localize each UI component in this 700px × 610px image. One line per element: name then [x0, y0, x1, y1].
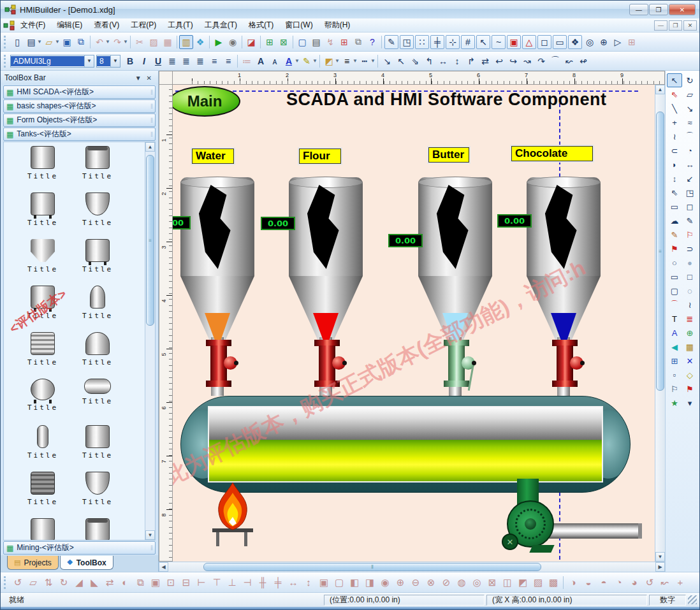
line-weight-dropdown-icon[interactable]: ▼: [353, 58, 358, 64]
group-icon[interactable]: ⧉: [133, 576, 148, 590]
mixer-tank[interactable]: [180, 396, 631, 493]
grid-extra-icon[interactable]: ⊞: [625, 35, 639, 49]
pie-tool-icon[interactable]: ◔: [682, 143, 697, 157]
toolbar-grip[interactable]: [4, 36, 7, 48]
hopper-tank-body[interactable]: [418, 177, 492, 276]
toolbar-grip-3[interactable]: [4, 576, 7, 589]
flag-tool-icon[interactable]: ⚐: [682, 228, 697, 242]
frame-mode-icon[interactable]: ▭: [553, 35, 567, 49]
text-tool-icon[interactable]: T: [667, 312, 682, 326]
menu-item-2[interactable]: 查看(V): [88, 18, 125, 32]
ink-pen-tool-icon[interactable]: ✎: [667, 228, 682, 242]
toolbox-tank-item[interactable]: Title: [70, 332, 125, 379]
toolbox-tank-item[interactable]: Title: [15, 286, 70, 332]
union-shapes-icon[interactable]: ◉: [377, 576, 393, 590]
pattern-fill-icon[interactable]: ▨: [530, 576, 546, 590]
fill-color-icon[interactable]: ◩: [322, 54, 336, 68]
freeform-tool-icon[interactable]: ≀: [667, 129, 682, 143]
arrow-left-connector-icon[interactable]: ↔: [436, 54, 450, 68]
wavy-connector-icon[interactable]: ↝: [520, 54, 534, 68]
menu-item-8[interactable]: 帮助(H): [319, 18, 356, 32]
bullet-list-icon[interactable]: ≔: [240, 54, 254, 68]
unlock-icon[interactable]: ⊟: [179, 576, 194, 590]
shear-right-icon[interactable]: ◣: [87, 576, 102, 590]
crop-shape-icon[interactable]: ⊠: [485, 576, 500, 590]
free-transform-icon[interactable]: ▱: [26, 576, 41, 590]
highlight-pen-dropdown-icon[interactable]: ▼: [312, 58, 317, 64]
window-properties-icon[interactable]: ▢: [295, 35, 309, 49]
image-tool-icon[interactable]: ▦: [682, 340, 697, 354]
main-screen-button[interactable]: Main: [173, 86, 240, 117]
window-preview-icon[interactable]: ▥: [179, 35, 193, 49]
highlight-pen-icon[interactable]: ✎: [300, 54, 314, 68]
copy-icon[interactable]: ▨: [147, 35, 161, 49]
arc-node-tool-icon[interactable]: ⌒: [682, 129, 697, 143]
reroute-connector-icon[interactable]: ↜: [657, 576, 673, 590]
arrow-line-tool-icon[interactable]: ↘: [682, 101, 697, 115]
toolbox-tank-item[interactable]: Title: [70, 192, 125, 239]
minimize-button[interactable]: —: [629, 4, 648, 15]
sidebar-category-mining[interactable]: ▦Mining-<评估版>⁞⁞: [3, 541, 156, 555]
save-all-icon[interactable]: ⧉: [74, 35, 88, 49]
toolbox-tank-item[interactable]: [70, 518, 125, 540]
flip-horizontal-icon[interactable]: ⇄: [102, 576, 117, 590]
blend-effect-icon[interactable]: ◑: [565, 576, 581, 590]
sidebar-tab-toolbox[interactable]: ❖ToolBox: [60, 556, 113, 570]
dimension-v-tool-icon[interactable]: ↕: [667, 171, 682, 185]
resize-grip[interactable]: [688, 595, 697, 604]
scroll-right-icon[interactable]: ▶: [655, 562, 665, 572]
toolbox-tank-item[interactable]: Title: [70, 146, 125, 192]
tank-label-flour[interactable]: Flour: [299, 149, 341, 164]
texture-fill-icon[interactable]: ▩: [546, 576, 561, 590]
toolbox-tank-item[interactable]: Title: [70, 286, 125, 332]
help-icon[interactable]: ?: [365, 35, 379, 49]
tank-label-water[interactable]: Water: [192, 149, 234, 164]
same-width-icon[interactable]: ↔: [286, 576, 301, 590]
hopper-tank-body[interactable]: [527, 177, 601, 276]
reverse-connector-icon[interactable]: ↖: [394, 54, 408, 68]
scroll-up-icon[interactable]: ▲: [655, 85, 665, 94]
shear-left-icon[interactable]: ◢: [71, 576, 87, 590]
cross-tool-icon[interactable]: +: [667, 115, 682, 129]
sidebar-category-1[interactable]: ▦basic shapes-<评估版>⁞⁞: [3, 99, 156, 113]
callout-rect-tool-icon[interactable]: ▭: [667, 200, 682, 214]
underline-icon[interactable]: U: [151, 54, 165, 68]
align-center-icon[interactable]: ≣: [179, 54, 193, 68]
diagonal-connector-icon[interactable]: ⇘: [408, 54, 422, 68]
font-color-dropdown-icon[interactable]: ▼: [295, 58, 300, 64]
star-tool-icon[interactable]: ★: [667, 396, 682, 410]
delete-x-tool-icon[interactable]: ✕: [682, 354, 697, 368]
open-file-icon[interactable]: ▱: [42, 35, 56, 49]
center-horizontal-icon[interactable]: ╫: [255, 576, 270, 590]
toolbox-tank-item[interactable]: Title: [70, 425, 125, 472]
toolbox-tank-item[interactable]: Title: [70, 472, 125, 518]
chevron-down-icon[interactable]: ▼: [133, 75, 144, 82]
cursor-select-icon[interactable]: ▷: [611, 35, 625, 49]
fill-color-dropdown-icon[interactable]: ▼: [335, 58, 340, 64]
font-color-icon[interactable]: A: [282, 54, 296, 68]
add-window-icon[interactable]: ⊞: [263, 35, 277, 49]
menu-item-4[interactable]: 工具(T): [162, 18, 198, 32]
transform-points-tool-icon[interactable]: ▱: [682, 87, 697, 101]
callout-round-tool-icon[interactable]: ◻: [682, 200, 697, 214]
combine-shapes-icon[interactable]: ◎: [469, 576, 485, 590]
pan-tool-icon[interactable]: ⊕: [597, 35, 611, 49]
half-ellipse-tool-icon[interactable]: ◗: [667, 157, 682, 171]
bring-forward-icon[interactable]: ◧: [347, 576, 362, 590]
hopper-tank-body[interactable]: [289, 177, 363, 276]
curve-left-connector-icon[interactable]: ↩: [492, 54, 506, 68]
new-file-icon[interactable]: ▯: [10, 35, 24, 49]
spline-points-tool-icon[interactable]: ≈: [682, 115, 697, 129]
scribble-pen-tool-icon[interactable]: ✎: [682, 214, 697, 228]
corner-snap-tool-icon[interactable]: ↙: [682, 171, 697, 185]
align-right-icon[interactable]: ≣: [193, 54, 207, 68]
exclude-shapes-icon[interactable]: ⊘: [439, 576, 454, 590]
select-box-mode-icon[interactable]: ◻: [537, 35, 551, 49]
canvas-vertical-scrollbar[interactable]: ▲ ≡ ▼: [655, 85, 665, 562]
more-tools-icon[interactable]: ▾: [682, 396, 697, 410]
two-head-connector-icon[interactable]: ↕: [450, 54, 464, 68]
sidebar-tab-projects[interactable]: ▤Projects: [7, 556, 59, 570]
guides-toggle-icon[interactable]: ╪: [430, 35, 444, 49]
ellipse-tool-icon[interactable]: ○: [667, 256, 682, 270]
line-spacing-icon[interactable]: ≡: [221, 54, 235, 68]
